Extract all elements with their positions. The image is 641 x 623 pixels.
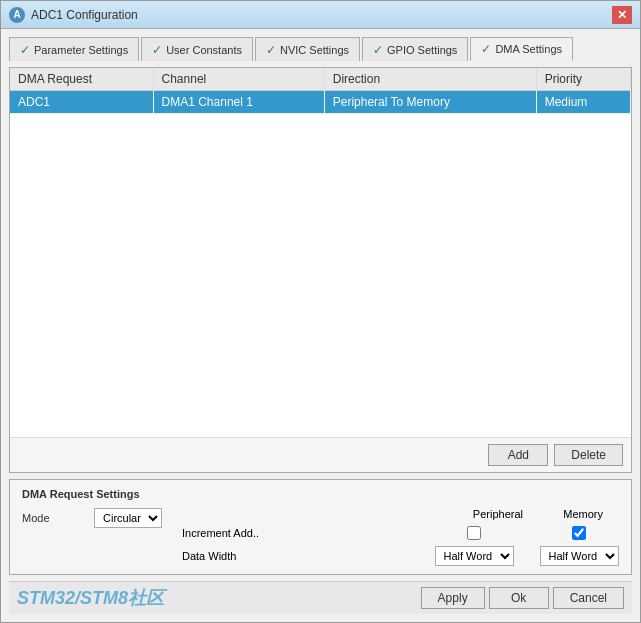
table-row[interactable]: ADC1 DMA1 Channel 1 Peripheral To Memory… bbox=[10, 91, 631, 114]
increment-row: Increment Add.. bbox=[182, 526, 619, 540]
data-width-row: Data Width Half Word Byte Word Half Word bbox=[182, 546, 619, 566]
peri-mem-section: Peripheral Memory Increment Add.. bbox=[182, 508, 619, 566]
mode-row: Mode Circular Normal bbox=[22, 508, 162, 528]
watermark-text: STM32/STM8社区 bbox=[17, 586, 164, 610]
main-window: A ADC1 Configuration ✕ ✓ Parameter Setti… bbox=[0, 0, 641, 623]
peripheral-col-header: Peripheral bbox=[409, 508, 539, 520]
add-button[interactable]: Add bbox=[488, 444, 548, 466]
window-title: ADC1 Configuration bbox=[31, 8, 138, 22]
col-header-channel: Channel bbox=[153, 68, 324, 91]
data-width-memory-select[interactable]: Half Word Byte Word bbox=[540, 546, 619, 566]
delete-button[interactable]: Delete bbox=[554, 444, 623, 466]
app-icon-text: A bbox=[13, 9, 20, 20]
tab-gpio-settings[interactable]: ✓ GPIO Settings bbox=[362, 37, 468, 61]
cell-priority: Medium bbox=[536, 91, 630, 114]
peripheral-increment-cell bbox=[409, 526, 539, 540]
table-container: DMA Request Channel Direction Priority A… bbox=[10, 68, 631, 437]
bottom-bar: STM32/STM8社区 Apply Ok Cancel bbox=[9, 581, 632, 614]
tab-nvic-settings[interactable]: ✓ NVIC Settings bbox=[255, 37, 360, 61]
main-panel: DMA Request Channel Direction Priority A… bbox=[9, 67, 632, 473]
col-header-dma-request: DMA Request bbox=[10, 68, 153, 91]
increment-peripheral-checkbox[interactable] bbox=[467, 526, 481, 540]
tab-check-nvic: ✓ bbox=[266, 43, 276, 57]
close-button[interactable]: ✕ bbox=[612, 6, 632, 24]
tab-label-gpio: GPIO Settings bbox=[387, 44, 457, 56]
tab-check-param: ✓ bbox=[20, 43, 30, 57]
tab-check-gpio: ✓ bbox=[373, 43, 383, 57]
memory-increment-cell bbox=[539, 526, 619, 540]
apply-button[interactable]: Apply bbox=[421, 587, 485, 609]
content-area: ✓ Parameter Settings ✓ User Constants ✓ … bbox=[1, 29, 640, 622]
table-button-row: Add Delete bbox=[10, 437, 631, 472]
increment-label: Increment Add.. bbox=[182, 527, 409, 539]
cell-channel: DMA1 Channel 1 bbox=[153, 91, 324, 114]
data-width-peripheral-select[interactable]: Half Word Byte Word bbox=[435, 546, 514, 566]
table-header-row: DMA Request Channel Direction Priority bbox=[10, 68, 631, 91]
data-width-peripheral-cell: Half Word Byte Word bbox=[409, 546, 539, 566]
data-width-memory-cell: Half Word Byte Word bbox=[539, 546, 619, 566]
tab-check-dma: ✓ bbox=[481, 42, 491, 56]
tab-label-nvic: NVIC Settings bbox=[280, 44, 349, 56]
dma-request-settings: DMA Request Settings Mode Circular Norma… bbox=[9, 479, 632, 575]
data-width-label: Data Width bbox=[182, 550, 409, 562]
tab-bar: ✓ Parameter Settings ✓ User Constants ✓ … bbox=[9, 37, 632, 61]
memory-col-header: Memory bbox=[539, 508, 619, 520]
tab-label-user: User Constants bbox=[166, 44, 242, 56]
title-bar: A ADC1 Configuration ✕ bbox=[1, 1, 640, 29]
col-header-priority: Priority bbox=[536, 68, 630, 91]
ok-button[interactable]: Ok bbox=[489, 587, 549, 609]
tab-parameter-settings[interactable]: ✓ Parameter Settings bbox=[9, 37, 139, 61]
tab-dma-settings[interactable]: ✓ DMA Settings bbox=[470, 37, 573, 61]
app-icon: A bbox=[9, 7, 25, 23]
bottom-buttons: Apply Ok Cancel bbox=[421, 587, 624, 609]
cell-direction: Peripheral To Memory bbox=[324, 91, 536, 114]
mode-section: Mode Circular Normal bbox=[22, 508, 162, 536]
tab-user-constants[interactable]: ✓ User Constants bbox=[141, 37, 253, 61]
settings-panel-title: DMA Request Settings bbox=[22, 488, 619, 500]
cell-dma-request: ADC1 bbox=[10, 91, 153, 114]
peri-mem-headers: Peripheral Memory bbox=[182, 508, 619, 520]
cancel-button[interactable]: Cancel bbox=[553, 587, 624, 609]
mode-label: Mode bbox=[22, 512, 82, 524]
tab-label-dma: DMA Settings bbox=[495, 43, 562, 55]
col-header-direction: Direction bbox=[324, 68, 536, 91]
tab-check-user: ✓ bbox=[152, 43, 162, 57]
tab-label-param: Parameter Settings bbox=[34, 44, 128, 56]
increment-memory-checkbox[interactable] bbox=[572, 526, 586, 540]
title-bar-left: A ADC1 Configuration bbox=[9, 7, 138, 23]
mode-select[interactable]: Circular Normal bbox=[94, 508, 162, 528]
dma-table: DMA Request Channel Direction Priority A… bbox=[10, 68, 631, 114]
